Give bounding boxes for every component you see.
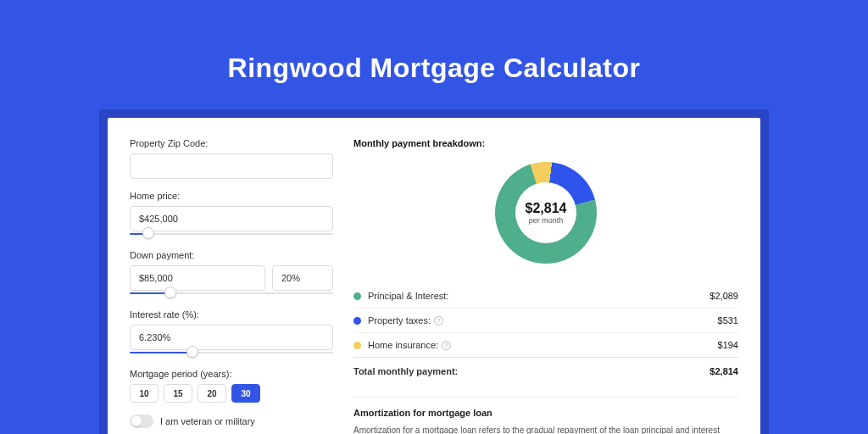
down-payment-slider[interactable]	[130, 289, 333, 298]
legend-dot	[353, 292, 361, 300]
legend-row: Home insurance: ?$194	[353, 332, 738, 357]
legend-value: $194	[718, 340, 738, 350]
page-title: Ringwood Mortgage Calculator	[0, 53, 868, 84]
slider-thumb[interactable]	[142, 227, 154, 239]
home-price-slider[interactable]	[130, 230, 333, 238]
down-payment-label: Down payment:	[130, 250, 333, 260]
legend-label: Home insurance: ?	[368, 340, 718, 350]
toggle-knob	[131, 416, 142, 426]
home-price-label: Home price:	[130, 191, 333, 201]
down-payment-amount-input[interactable]	[130, 265, 265, 291]
donut-center-value: $2,814	[526, 201, 567, 216]
interest-rate-input[interactable]	[130, 325, 333, 350]
breakdown-heading: Monthly payment breakdown:	[353, 138, 738, 148]
period-option-20[interactable]: 20	[198, 384, 226, 403]
zip-field: Property Zip Code:	[130, 138, 333, 179]
legend-dot	[353, 317, 361, 325]
slider-thumb[interactable]	[164, 287, 176, 298]
calculator-panel: Property Zip Code: Home price: Down paym…	[108, 118, 760, 434]
amortization-section: Amortization for mortgage loan Amortizat…	[353, 397, 738, 434]
donut-ring: $2,814 per month	[495, 162, 597, 264]
zip-label: Property Zip Code:	[130, 138, 333, 148]
home-price-field: Home price:	[130, 191, 333, 238]
donut-center-sub: per month	[529, 216, 564, 225]
page: Ringwood Mortgage Calculator Property Zi…	[0, 0, 868, 434]
mortgage-period-field: Mortgage period (years): 10152030	[130, 369, 333, 403]
slider-thumb[interactable]	[186, 346, 198, 358]
help-icon[interactable]: ?	[434, 316, 443, 326]
mortgage-period-options: 10152030	[130, 384, 333, 403]
period-option-10[interactable]: 10	[130, 384, 159, 403]
legend-row: Principal & Interest:$2,089	[353, 284, 738, 308]
legend-value: $531	[718, 315, 738, 326]
legend-row: Property taxes: ?$531	[353, 308, 738, 332]
interest-rate-label: Interest rate (%):	[130, 309, 333, 320]
down-payment-percent-input[interactable]	[272, 265, 333, 291]
mortgage-period-label: Mortgage period (years):	[130, 369, 333, 379]
donut-chart: $2,814 per month	[353, 153, 738, 272]
form-column: Property Zip Code: Home price: Down paym…	[130, 138, 333, 434]
period-option-15[interactable]: 15	[164, 384, 192, 403]
legend-label: Principal & Interest:	[368, 291, 709, 301]
legend-total-row: Total monthly payment:$2,814	[353, 357, 738, 383]
amortization-heading: Amortization for mortgage loan	[353, 408, 738, 418]
interest-rate-slider[interactable]	[130, 348, 333, 357]
legend-total-value: $2,814	[709, 366, 738, 376]
down-payment-field: Down payment:	[130, 250, 333, 298]
period-option-30[interactable]: 30	[231, 384, 260, 403]
interest-rate-field: Interest rate (%):	[130, 309, 333, 357]
zip-input[interactable]	[130, 153, 333, 179]
veteran-toggle[interactable]	[130, 415, 153, 428]
legend: Principal & Interest:$2,089Property taxe…	[353, 284, 738, 383]
legend-value: $2,089	[709, 291, 738, 301]
veteran-row: I am veteran or military	[130, 415, 333, 428]
donut-center: $2,814 per month	[515, 182, 576, 243]
calculator-frame: Property Zip Code: Home price: Down paym…	[99, 109, 769, 434]
home-price-input[interactable]	[130, 206, 333, 231]
amortization-body: Amortization for a mortgage loan refers …	[353, 425, 738, 434]
veteran-label: I am veteran or military	[160, 416, 255, 426]
breakdown-column: Monthly payment breakdown: $2,814 per mo…	[353, 138, 738, 434]
legend-label: Property taxes: ?	[368, 315, 718, 326]
legend-dot	[353, 342, 361, 349]
help-icon[interactable]: ?	[442, 341, 451, 350]
legend-total-label: Total monthly payment:	[353, 366, 709, 376]
